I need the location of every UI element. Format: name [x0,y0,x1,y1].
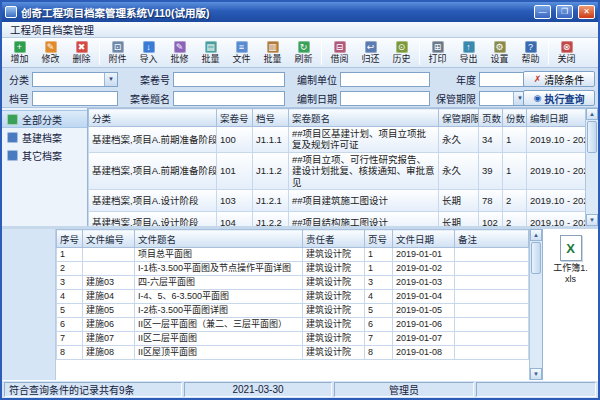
scroll-down-icon[interactable]: ▼ [586,214,598,226]
archive-column-header[interactable]: 案卷题名 [289,109,439,127]
file-table-row[interactable]: 1项目总平面图建筑设计院12019-01-01 [57,248,529,262]
file-table-row[interactable]: 2I-1栋-3.500平面图及节点操作平面详图建筑设计院12019-01-02 [57,262,529,276]
export-button[interactable]: ↑导出 [453,39,484,67]
file-column-header[interactable]: 文件题名 [135,230,303,248]
menu-item-archive-management[interactable]: 工程项目档案管理 [2,22,102,37]
export-icon: ↑ [463,41,475,53]
category-select[interactable]: ▼ [32,72,118,87]
help-button[interactable]: ?帮助 [515,39,546,67]
status-record-count: 符合查询条件的记录共有9条 [4,382,182,397]
compile-unit-input[interactable] [340,72,430,87]
archive-column-header[interactable]: 保管期限 [439,109,479,127]
chevron-down-icon[interactable]: ▼ [104,73,117,86]
bottom-left-panel [2,229,56,380]
file-column-header[interactable]: 页号 [365,230,393,248]
scroll-track[interactable] [530,275,542,368]
archive-table-row[interactable]: 基建档案,项目A.前期准备阶段100J1.1.1##项目区基建计划、项目立项批复… [89,127,586,153]
file-column-header[interactable]: 文件编号 [83,230,135,248]
scroll-track[interactable] [586,154,598,214]
clear-conditions-button[interactable]: ✗ 清除条件 [523,71,595,87]
toolbar-button-label: 文件 [232,54,250,64]
minimize-icon[interactable]: — [534,5,551,19]
archive-cell: 100 [217,127,253,153]
retention-select[interactable]: ▼ [479,91,527,106]
history-button[interactable]: ⊙历史 [386,39,417,67]
year-input[interactable] [479,72,527,87]
archive-table-row[interactable]: 基建档案,项目A.设计阶段103J1.2.1##项目建筑施工图设计长期78220… [89,189,586,211]
delete-button[interactable]: ✖删除 [66,39,97,67]
file-column-header[interactable]: 备注 [455,230,529,248]
scroll-up-icon[interactable]: ▲ [586,108,598,120]
sidebar-item-3[interactable]: 其它档案 [2,146,87,164]
scroll-thumb[interactable] [531,242,541,274]
file-cell: 1 [57,248,83,262]
category-value [33,73,104,86]
archive-table-row[interactable]: 基建档案,项目A.设计阶段104J1.2.2##项目结构施工图设计长期10222… [89,211,586,226]
year-label: 年度 [433,72,479,87]
archive-scrollbar[interactable]: ▲ ▼ [585,108,598,226]
file-table-row[interactable]: 4建施04I-4、5、6-3.500平面图建筑设计院42019-01-04 [57,290,529,304]
print-icon: ⊞ [432,41,444,53]
sidebar-item-2[interactable]: 基建档案 [2,128,87,146]
file-cell: 4 [365,290,393,304]
archive-no-input[interactable] [32,91,118,106]
batch-edit-button[interactable]: ✎批修 [164,39,195,67]
toolbar-separator [99,41,100,65]
search-icon: ◉ [534,94,542,103]
import-button[interactable]: ↓导入 [133,39,164,67]
toolbar-button-label: 批量 [263,54,281,64]
toolbar-button-label: 导入 [139,54,157,64]
attachment-button[interactable]: ⊡附件 [102,39,133,67]
file-table-row[interactable]: 6建施06II区一层平面图（兼二、三层平面图）建筑设计院62019-01-06 [57,318,529,332]
add-button[interactable]: +增加 [4,39,35,67]
archive-column-header[interactable]: 档号 [253,109,289,127]
file-cell: 2019-01-02 [393,262,455,276]
refresh-button[interactable]: ↻刷新 [288,39,319,67]
file-column-header[interactable]: 文件日期 [393,230,455,248]
close-app-button[interactable]: ⊗关闭 [551,39,582,67]
archive-no-label: 档号 [6,91,32,106]
file-cell: 6 [365,318,393,332]
folder-icon [7,114,18,125]
toolbar: +增加✎修改✖删除⊡附件↓导入✎批修▤批量≡文件▥批量↻刷新⊟借阅↩归还⊙历史⊞… [2,38,598,68]
volume-title-input[interactable] [173,91,285,106]
toolbar-button-label: 打印 [428,54,446,64]
file-scrollbar[interactable]: ▲ ▼ [529,229,542,380]
excel-file-icon[interactable]: X [560,235,582,261]
file-table-row[interactable]: 5建施05I-2栋-3.500平面图详图建筑设计院52019-01-05 [57,304,529,318]
file-cell [455,248,529,262]
scroll-up-icon[interactable]: ▲ [530,229,542,241]
sidebar-item-1[interactable]: 全部分类 [2,110,87,128]
archive-table-row[interactable]: 基建档案,项目A.前期准备阶段101J1.1.2##项目立项、可行性研究报告、建… [89,152,586,189]
volume-no-input[interactable] [173,72,285,87]
archive-column-header[interactable]: 案卷号 [217,109,253,127]
file-column-header[interactable]: 责任者 [303,230,365,248]
return-button[interactable]: ↩归还 [355,39,386,67]
file-table-row[interactable]: 3建施03四-六层平面图建筑设计院32019-01-03 [57,276,529,290]
file-cell: 7 [365,332,393,346]
archive-column-header[interactable]: 份数 [503,109,527,127]
scroll-down-icon[interactable]: ▼ [530,368,542,380]
attachment-icon: ⊡ [112,41,124,53]
settings-button[interactable]: ⚙设置 [484,39,515,67]
execute-query-button[interactable]: ◉ 执行查询 [523,90,595,106]
file-table-row[interactable]: 7建施07II区二层平面图建筑设计院72019-01-07 [57,332,529,346]
edit-button[interactable]: ✎修改 [35,39,66,67]
file-table-row[interactable]: 8建施08II区屋顶平面图建筑设计院82019-01-08 [57,346,529,360]
archive-column-header[interactable]: 编制日期 [527,109,586,127]
batch-button[interactable]: ▤批量 [195,39,226,67]
compile-date-input[interactable] [340,91,430,106]
batch2-button[interactable]: ▥批量 [257,39,288,67]
scroll-thumb[interactable] [587,121,597,153]
borrow-button[interactable]: ⊟借阅 [324,39,355,67]
file-cell: 1 [365,262,393,276]
excel-file-label[interactable]: 工作簿1.xls [552,263,590,285]
print-button[interactable]: ⊞打印 [422,39,453,67]
archive-column-header[interactable]: 分类 [89,109,217,127]
maximize-icon[interactable]: ❐ [556,5,573,19]
file-cell: 2019-01-05 [393,304,455,318]
archive-column-header[interactable]: 页数 [479,109,503,127]
file-column-header[interactable]: 序号 [57,230,83,248]
file-button[interactable]: ≡文件 [226,39,257,67]
close-icon[interactable]: ✕ [578,5,595,19]
